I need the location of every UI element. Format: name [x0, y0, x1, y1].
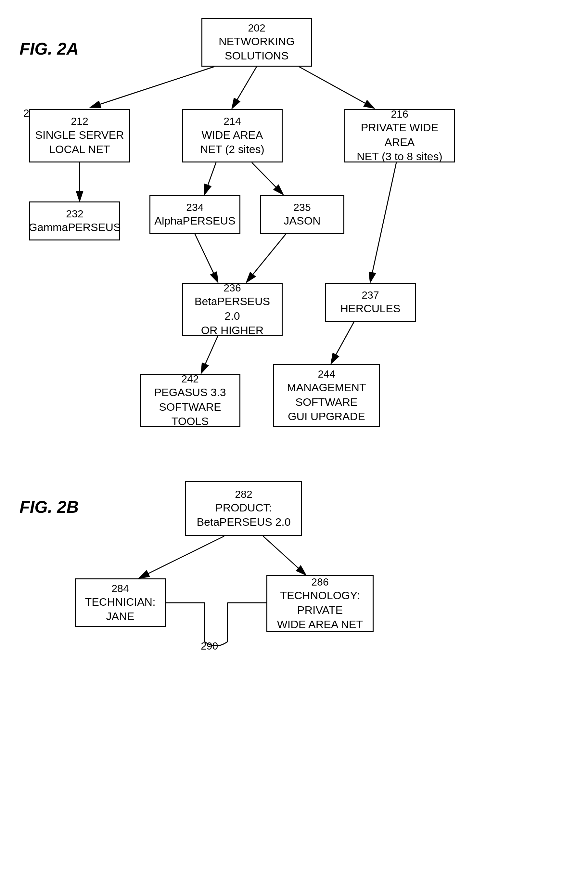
node-214-num: 214 — [224, 115, 241, 128]
node-212: 212 SINGLE SERVERLOCAL NET — [29, 109, 130, 162]
node-232-text: GammaPERSEUS — [28, 220, 120, 234]
node-235: 235 JASON — [260, 195, 344, 234]
node-244-num: 244 — [318, 368, 335, 380]
arrow-237-244 — [332, 322, 354, 363]
node-236: 236 BetaPERSEUS 2.0OR HIGHER — [182, 283, 283, 336]
node-242-num: 242 — [181, 373, 198, 385]
node-237: 237 HERCULES — [325, 283, 416, 322]
node-214-text: WIDE AREANET (2 sites) — [200, 128, 264, 156]
node-242: 242 PEGASUS 3.3SOFTWARE TOOLS — [140, 374, 240, 427]
node-284: 284 TECHNICIAN:JANE — [75, 578, 166, 627]
node-216-num: 216 — [391, 108, 408, 120]
node-212-text: SINGLE SERVERLOCAL NET — [35, 128, 124, 156]
node-242-text: PEGASUS 3.3SOFTWARE TOOLS — [145, 385, 236, 428]
node-212-num: 212 — [71, 115, 88, 128]
node-282-text: PRODUCT:BetaPERSEUS 2.0 — [196, 500, 290, 529]
node-234-text: AlphaPERSEUS — [154, 213, 235, 228]
node-286-text: TECHNOLOGY:PRIVATEWIDE AREA NET — [277, 588, 363, 631]
node-202: 202 NETWORKINGSOLUTIONS — [201, 18, 312, 67]
annotation-290: 290 — [201, 640, 218, 652]
arrow-202-214 — [232, 67, 256, 108]
fig2b-label: FIG. 2B — [20, 497, 79, 517]
node-237-num: 237 — [362, 289, 379, 301]
arrow-282-284 — [140, 536, 224, 578]
arrow-216-237 — [370, 162, 396, 282]
node-236-text: BetaPERSEUS 2.0OR HIGHER — [187, 294, 278, 337]
node-214: 214 WIDE AREANET (2 sites) — [182, 109, 283, 162]
node-216-text: PRIVATE WIDE AREANET (3 to 8 sites) — [349, 120, 450, 164]
arrow-202-216 — [299, 67, 374, 108]
node-234-num: 234 — [186, 201, 203, 213]
node-282: 282 PRODUCT:BetaPERSEUS 2.0 — [185, 481, 302, 536]
node-234: 234 AlphaPERSEUS — [149, 195, 240, 234]
node-236-num: 236 — [224, 282, 241, 294]
node-282-num: 282 — [235, 488, 252, 500]
node-244-text: MANAGEMENTSOFTWAREGUI UPGRADE — [287, 380, 366, 423]
node-286-num: 286 — [311, 576, 328, 588]
arrow-214-235 — [252, 162, 283, 194]
node-235-num: 235 — [293, 201, 310, 213]
node-237-text: HERCULES — [340, 301, 400, 315]
page: FIG. 2A 205 202 NETWORKINGSOLUTIONS 212 … — [0, 0, 588, 878]
node-232: 232 GammaPERSEUS — [29, 201, 120, 240]
node-244: 244 MANAGEMENTSOFTWAREGUI UPGRADE — [273, 364, 380, 427]
arrow-282-286 — [263, 536, 305, 575]
node-235-text: JASON — [284, 213, 320, 228]
arrow-214-234 — [205, 162, 216, 194]
node-284-num: 284 — [111, 582, 129, 595]
node-286: 286 TECHNOLOGY:PRIVATEWIDE AREA NET — [266, 575, 374, 632]
node-216: 216 PRIVATE WIDE AREANET (3 to 8 sites) — [344, 109, 455, 162]
node-202-text: NETWORKINGSOLUTIONS — [219, 34, 295, 63]
arrow-235-236 — [247, 234, 286, 282]
fig2a-label: FIG. 2A — [20, 39, 79, 59]
arrow-234-236 — [195, 234, 218, 282]
arrow-236-242 — [201, 336, 218, 373]
arrow-202-212 — [91, 67, 214, 107]
node-232-num: 232 — [66, 208, 83, 220]
node-284-text: TECHNICIAN:JANE — [85, 595, 155, 623]
node-202-num: 202 — [248, 22, 265, 34]
